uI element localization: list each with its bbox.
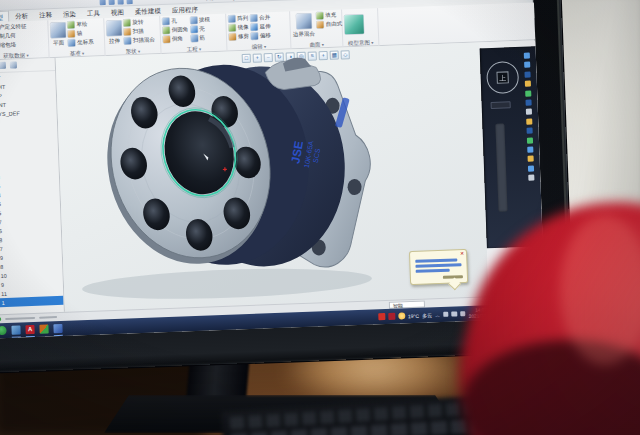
blue-app-icon[interactable]: [53, 324, 62, 333]
side-tool-icon[interactable]: [528, 156, 534, 162]
status-message-placeholder: [39, 316, 57, 319]
side-tool-icon[interactable]: [526, 118, 532, 124]
ribbon-button-icon: [68, 39, 75, 46]
collapsed-panel-tab[interactable]: [495, 124, 507, 212]
side-tool-icon[interactable]: [528, 165, 534, 171]
side-tool-icon[interactable]: [527, 146, 533, 152]
ribbon-button-icon: [316, 21, 323, 28]
ribbon-button-icon: [123, 19, 130, 26]
redo-icon[interactable]: [117, 0, 123, 4]
part-shadow: [82, 265, 373, 304]
model-tree-item[interactable]: 1: [0, 296, 64, 308]
explorer-icon[interactable]: [11, 325, 20, 334]
graphics-area[interactable]: □+−↻◑◎≡+▦◇: [56, 42, 489, 311]
side-toolbar: [524, 53, 535, 181]
side-tool-icon[interactable]: [526, 109, 532, 115]
balloon-button[interactable]: [443, 275, 463, 278]
view-compass[interactable]: 上: [486, 61, 519, 94]
ribbon-group-engineering: 孔 倒圆角 倒角 拔模 壳: [160, 14, 227, 54]
ribbon-button-icon: [190, 26, 197, 33]
browser-icon[interactable]: [0, 326, 7, 335]
ribbon-group-shapes: 拉伸 旋转 扫描 扫描混合 形状: [104, 16, 161, 56]
regenerate-icon[interactable]: [126, 0, 132, 4]
ribbon-tab[interactable]: 注释: [34, 9, 57, 21]
ribbon-tab[interactable]: 视图: [106, 6, 129, 18]
ribbon-button[interactable]: 扫描混合: [124, 35, 155, 45]
side-tool-icon[interactable]: [524, 53, 530, 59]
ribbon-tab[interactable]: 分析: [10, 10, 33, 22]
side-tool-icon[interactable]: [524, 62, 530, 68]
input-method-icon[interactable]: [460, 311, 466, 317]
weather-icon[interactable]: [398, 312, 405, 319]
ribbon-button-icon: [229, 24, 236, 31]
weather-desc[interactable]: 多云: [422, 312, 432, 318]
volume-icon[interactable]: [452, 311, 458, 317]
side-tool-icon[interactable]: [528, 175, 534, 181]
ribbon-group-surfaces: 边界混合 填充 自由式 曲面: [290, 9, 343, 49]
ribbon-button-icon: [316, 12, 323, 19]
ribbon-button[interactable]: 自由式: [316, 19, 342, 29]
ribbon-button-icon: [251, 33, 258, 40]
tree-layers-icon[interactable]: [0, 62, 6, 69]
ribbon-button[interactable]: 偏移: [251, 31, 271, 41]
ribbon-button[interactable]: 坐标系: [68, 38, 94, 48]
side-tool-icon[interactable]: [527, 128, 533, 134]
ribbon-button-icon: [162, 18, 169, 25]
ribbon-button[interactable]: 收缩包络: [0, 40, 27, 51]
side-tool-icon[interactable]: [525, 90, 531, 96]
balloon-text-line: [415, 258, 457, 262]
photo-of-monitor-scene: ASC236 (活动的) - Creo Parametric 模型分析注释渲染工…: [0, 0, 640, 435]
ribbon-tab[interactable]: 工具: [82, 7, 105, 19]
ribbon-button[interactable]: 平面: [50, 21, 66, 50]
acrobat-icon[interactable]: A: [25, 325, 34, 334]
side-tool-icon[interactable]: [525, 99, 531, 105]
taskbar-app-icons: A: [0, 324, 63, 335]
ribbon-button[interactable]: 倒角: [163, 34, 189, 44]
model-tree-panel: RT GHT OP ONT SYS_DEF: [0, 58, 65, 314]
side-tool-icon[interactable]: [524, 71, 530, 77]
ribbon-button-icon: [251, 24, 258, 31]
ribbon-button[interactable]: 修剪: [229, 32, 249, 42]
green-app-icon[interactable]: [39, 324, 48, 333]
ribbon-group-get-data: 用户定义特征 复制几何 收缩包络 获取数据: [0, 20, 50, 60]
model-tree-list: RT GHT OP ONT SYS_DEF: [0, 71, 64, 307]
ribbon-button-icon: [296, 14, 312, 30]
ribbon-button-icon: [67, 21, 74, 28]
view-compass-face[interactable]: 上: [496, 71, 508, 83]
ribbon-button-icon: [106, 21, 122, 37]
monitor-bezel: ASC236 (活动的) - Creo Parametric 模型分析注释渲染工…: [0, 0, 574, 373]
status-message-placeholder: [5, 317, 35, 320]
status-ok-icon: [0, 317, 1, 321]
ribbon-button-icon: [124, 37, 131, 44]
system-tray: 19°C 多云 ︿ 14:07 2021/7/8: [378, 305, 488, 324]
tray-red-icon[interactable]: [378, 313, 385, 320]
ribbon-button[interactable]: 边界混合: [292, 11, 315, 40]
ribbon-tab[interactable]: 渲染: [58, 8, 81, 20]
ribbon-button[interactable]: [344, 10, 364, 39]
balloon-link-line[interactable]: [416, 269, 450, 273]
network-icon[interactable]: [443, 311, 449, 317]
ribbon-button-icon: [229, 33, 236, 40]
undo-icon[interactable]: [108, 0, 114, 4]
taskbar-clock[interactable]: 14:07 2021/7/8: [468, 307, 487, 320]
close-icon[interactable]: ✕: [460, 251, 464, 256]
3d-part-viewport[interactable]: JSE 10K-65A SCS: [69, 46, 398, 310]
tray-notification-balloon[interactable]: ✕: [409, 249, 468, 285]
save-icon[interactable]: [99, 0, 105, 5]
ribbon-button[interactable]: 筋: [190, 33, 210, 43]
ribbon-button-icon: [50, 23, 66, 39]
weather-temp[interactable]: 19°C: [408, 312, 419, 318]
ribbon-group-model-intent: 模型意图: [342, 8, 379, 47]
tree-settings-icon[interactable]: [10, 61, 17, 68]
ribbon-button-icon: [190, 17, 197, 24]
clock-date: 2021/7/8: [469, 313, 488, 320]
ribbon-button-icon: [124, 28, 131, 35]
side-tool-icon[interactable]: [525, 81, 531, 87]
ribbon-group-datum: 平面 草绘 轴 坐标系 基准: [48, 18, 105, 58]
ribbon-button[interactable]: 拉伸: [106, 19, 122, 48]
hidden-icons-chevron[interactable]: ︿: [435, 312, 440, 318]
tray-red-icon2[interactable]: [388, 313, 395, 320]
side-tool-icon[interactable]: [527, 137, 533, 143]
balloon-text-line: [415, 263, 461, 267]
ribbon-button-icon: [68, 30, 75, 37]
